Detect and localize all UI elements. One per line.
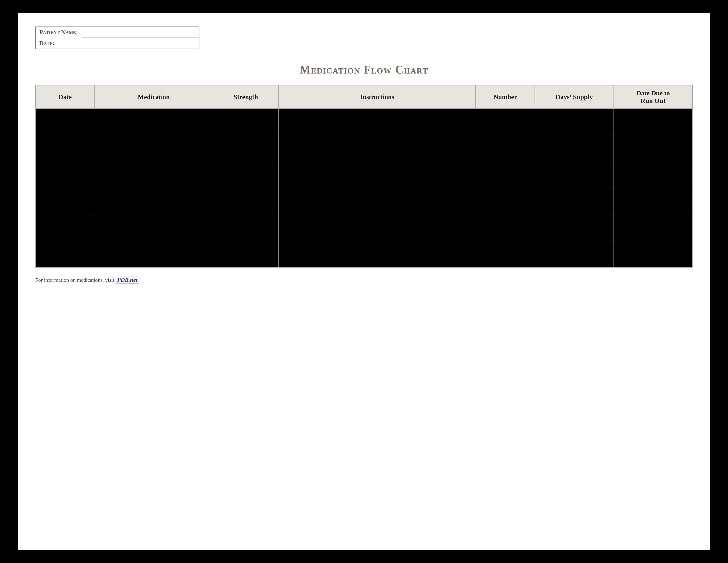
cell-date-2[interactable] bbox=[36, 135, 95, 162]
cell-date-4[interactable] bbox=[36, 188, 95, 214]
table-row bbox=[36, 188, 692, 214]
table-row bbox=[36, 109, 692, 135]
cell-days-supply-6[interactable] bbox=[535, 241, 614, 267]
cell-date-5[interactable] bbox=[36, 214, 95, 241]
col-header-medication: Medication bbox=[95, 85, 213, 109]
cell-strength-3[interactable] bbox=[213, 162, 279, 188]
col-header-days-supply: Days’ Supply bbox=[535, 85, 614, 109]
cell-days-supply-1[interactable] bbox=[535, 109, 614, 135]
patient-date-input[interactable] bbox=[85, 40, 195, 47]
cell-number-2[interactable] bbox=[476, 135, 535, 162]
cell-medication-6[interactable] bbox=[95, 241, 213, 267]
cell-number-6[interactable] bbox=[476, 241, 535, 267]
table-row bbox=[36, 135, 692, 162]
cell-instructions-1[interactable] bbox=[279, 109, 476, 135]
col-header-instructions: Instructions bbox=[279, 85, 476, 109]
col-header-date: Date bbox=[36, 85, 95, 109]
cell-days-supply-5[interactable] bbox=[535, 214, 614, 241]
cell-strength-6[interactable] bbox=[213, 241, 279, 267]
medication-table: Date Medication Strength Instructions Nu… bbox=[35, 85, 693, 268]
cell-number-4[interactable] bbox=[476, 188, 535, 214]
cell-strength-4[interactable] bbox=[213, 188, 279, 214]
cell-date-run-out-1[interactable] bbox=[614, 109, 692, 135]
cell-strength-2[interactable] bbox=[213, 135, 279, 162]
cell-date-run-out-3[interactable] bbox=[614, 162, 692, 188]
cell-number-1[interactable] bbox=[476, 109, 535, 135]
cell-days-supply-2[interactable] bbox=[535, 135, 614, 162]
cell-instructions-4[interactable] bbox=[279, 188, 476, 214]
patient-info-box: Patient Name: Date: bbox=[35, 26, 199, 49]
cell-date-1[interactable] bbox=[36, 109, 95, 135]
chart-title: Medication Flow Chart bbox=[35, 63, 693, 76]
cell-medication-2[interactable] bbox=[95, 135, 213, 162]
cell-date-run-out-2[interactable] bbox=[614, 135, 692, 162]
cell-date-run-out-5[interactable] bbox=[614, 214, 692, 241]
col-header-date-run-out: Date Due toRun Out bbox=[614, 85, 692, 109]
cell-number-5[interactable] bbox=[476, 214, 535, 241]
cell-date-6[interactable] bbox=[36, 241, 95, 267]
cell-medication-1[interactable] bbox=[95, 109, 213, 135]
table-row bbox=[36, 214, 692, 241]
cell-days-supply-3[interactable] bbox=[535, 162, 614, 188]
pdr-label: PDR bbox=[117, 276, 129, 283]
patient-date-label: Date: bbox=[36, 38, 82, 49]
cell-instructions-6[interactable] bbox=[279, 241, 476, 267]
cell-instructions-5[interactable] bbox=[279, 214, 476, 241]
patient-name-input[interactable] bbox=[85, 29, 195, 36]
cell-medication-3[interactable] bbox=[95, 162, 213, 188]
col-header-strength: Strength bbox=[213, 85, 279, 109]
cell-strength-1[interactable] bbox=[213, 109, 279, 135]
table-row bbox=[36, 241, 692, 267]
page: Patient Name: Date: Medication Flow Char… bbox=[18, 13, 710, 550]
cell-date-3[interactable] bbox=[36, 162, 95, 188]
cell-strength-5[interactable] bbox=[213, 214, 279, 241]
cell-days-supply-4[interactable] bbox=[535, 188, 614, 214]
cell-date-run-out-6[interactable] bbox=[614, 241, 692, 267]
patient-name-label: Patient Name: bbox=[36, 27, 82, 38]
cell-medication-4[interactable] bbox=[95, 188, 213, 214]
cell-number-3[interactable] bbox=[476, 162, 535, 188]
cell-instructions-3[interactable] bbox=[279, 162, 476, 188]
col-header-number: Number bbox=[476, 85, 535, 109]
pdr-logo[interactable]: PDR.net bbox=[116, 276, 139, 284]
pdr-net-label: .net bbox=[129, 276, 137, 283]
cell-date-run-out-4[interactable] bbox=[614, 188, 692, 214]
cell-instructions-2[interactable] bbox=[279, 135, 476, 162]
cell-medication-5[interactable] bbox=[95, 214, 213, 241]
footer-text: For information on medications, visit bbox=[35, 277, 116, 283]
footer: For information on medications, visit PD… bbox=[35, 276, 693, 283]
table-row bbox=[36, 162, 692, 188]
